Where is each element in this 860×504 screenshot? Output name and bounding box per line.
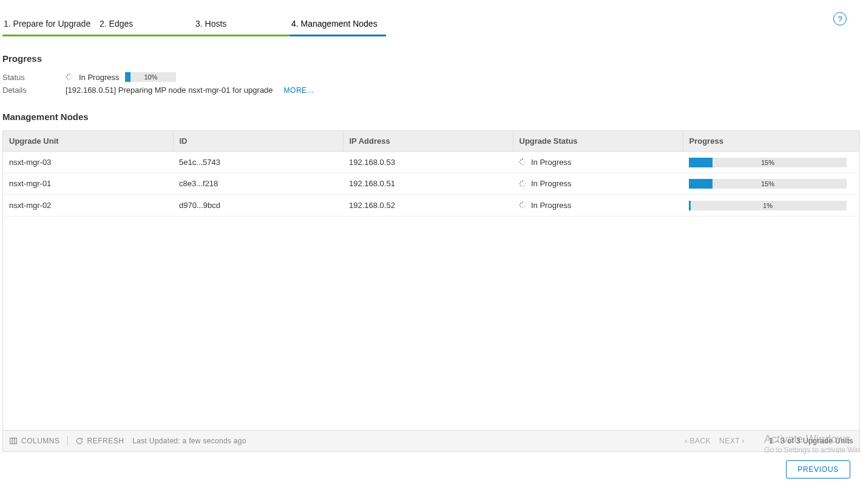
svg-point-1 <box>70 75 72 76</box>
svg-point-12 <box>522 164 523 166</box>
col-progress[interactable]: Progress <box>683 131 859 152</box>
cell-progress: 15% <box>683 152 859 173</box>
previous-button[interactable]: PREVIOUS <box>786 460 850 479</box>
pager-count: 1 - 3 of 3 Upgrade Units <box>769 437 853 445</box>
cell-upgrade-unit: nsxt-mgr-02 <box>3 195 173 217</box>
status-value: In Progress <box>79 73 119 82</box>
pager-next-label: NEXT <box>719 437 740 445</box>
tab-management-nodes[interactable]: 4. Management Nodes <box>290 15 386 36</box>
svg-point-4 <box>69 79 70 81</box>
cell-upgrade-unit: nsxt-mgr-03 <box>3 152 173 173</box>
refresh-button[interactable]: REFRESH <box>75 437 124 445</box>
svg-point-9 <box>524 160 525 161</box>
footer-separator <box>67 436 68 446</box>
svg-point-29 <box>520 206 521 207</box>
chevron-right-icon: › <box>742 437 745 445</box>
table-row[interactable]: nsxt-mgr-02d970...9bcd192.168.0.52In Pro… <box>3 195 859 217</box>
refresh-label: REFRESH <box>87 437 124 445</box>
svg-point-18 <box>525 183 526 184</box>
col-status[interactable]: Upgrade Status <box>513 131 683 152</box>
svg-point-21 <box>520 185 521 186</box>
columns-label: COLUMNS <box>21 437 60 445</box>
svg-point-28 <box>522 207 523 209</box>
col-upgrade-unit[interactable]: Upgrade Unit <box>3 131 173 152</box>
spinner-icon <box>519 180 526 187</box>
upgrade-steps-tabs: 1. Prepare for Upgrade 2. Edges 3. Hosts… <box>2 0 860 36</box>
cell-ip: 192.168.0.51 <box>343 173 513 195</box>
cell-status: In Progress <box>513 195 683 217</box>
svg-point-31 <box>520 203 521 204</box>
svg-point-16 <box>522 180 523 181</box>
overall-progress-pct: 10% <box>125 72 176 82</box>
chevron-left-icon: ‹ <box>685 437 687 445</box>
svg-point-10 <box>525 161 526 163</box>
col-id[interactable]: ID <box>173 131 343 152</box>
spinner-icon <box>66 73 73 81</box>
svg-point-3 <box>70 78 72 79</box>
help-icon[interactable]: ? <box>833 12 847 25</box>
tab-hosts[interactable]: 3. Hosts <box>194 15 290 36</box>
details-label: Details <box>2 86 66 95</box>
refresh-icon <box>75 437 84 445</box>
cell-id: c8e3...f218 <box>173 173 343 195</box>
svg-point-24 <box>522 202 523 203</box>
svg-point-15 <box>520 160 521 161</box>
svg-point-26 <box>525 204 526 206</box>
svg-point-6 <box>66 76 67 78</box>
tab-edges[interactable]: 2. Edges <box>98 15 194 36</box>
cell-status: In Progress <box>513 173 683 195</box>
pager-back[interactable]: ‹ BACK <box>685 437 711 445</box>
svg-point-22 <box>520 183 521 184</box>
cell-id: d970...9bcd <box>173 195 343 217</box>
pager-back-label: BACK <box>689 437 711 445</box>
grid-footer: COLUMNS REFRESH Last Updated: a few seco… <box>3 430 859 451</box>
status-label: Status <box>2 73 66 82</box>
columns-icon <box>9 437 18 445</box>
row-progress-bar: 1% <box>689 201 847 210</box>
table-row[interactable]: nsxt-mgr-035e1c...5743192.168.0.53In Pro… <box>3 152 859 173</box>
progress-heading: Progress <box>2 53 860 64</box>
svg-point-25 <box>524 203 525 204</box>
pager-next[interactable]: NEXT › <box>719 437 745 445</box>
cell-id: 5e1c...5743 <box>173 152 343 173</box>
svg-point-11 <box>524 163 525 164</box>
svg-point-30 <box>520 204 521 206</box>
columns-button[interactable]: COLUMNS <box>9 437 60 445</box>
svg-point-19 <box>524 185 525 186</box>
svg-point-14 <box>520 161 521 163</box>
svg-point-2 <box>72 76 73 78</box>
management-nodes-grid: Upgrade Unit ID IP Address Upgrade Statu… <box>2 130 860 452</box>
spinner-icon <box>519 201 526 209</box>
cell-progress: 15% <box>683 173 859 195</box>
cell-ip: 192.168.0.53 <box>343 152 513 173</box>
cell-ip: 192.168.0.52 <box>343 195 513 217</box>
management-nodes-heading: Management Nodes <box>2 112 860 122</box>
tab-prepare-upgrade[interactable]: 1. Prepare for Upgrade <box>2 15 98 36</box>
spinner-icon <box>519 158 526 166</box>
svg-point-8 <box>522 159 523 160</box>
last-updated-label: Last Updated: a few seconds ago <box>132 437 246 445</box>
svg-point-20 <box>522 186 523 187</box>
table-header-row: Upgrade Unit ID IP Address Upgrade Statu… <box>3 131 859 152</box>
table-row[interactable]: nsxt-mgr-01c8e3...f218192.168.0.51In Pro… <box>3 173 859 195</box>
cell-status: In Progress <box>513 152 683 173</box>
details-value: [192.168.0.51] Preparing MP node nsxt-mg… <box>66 86 273 95</box>
svg-point-17 <box>524 181 525 183</box>
overall-progress-bar: 10% <box>125 72 176 82</box>
row-progress-bar: 15% <box>689 179 847 189</box>
svg-point-27 <box>524 206 525 207</box>
svg-rect-32 <box>10 438 17 443</box>
details-more-link[interactable]: MORE... <box>284 86 314 95</box>
svg-point-23 <box>520 181 521 183</box>
svg-point-13 <box>520 163 521 164</box>
row-progress-bar: 15% <box>689 158 847 167</box>
col-ip-address[interactable]: IP Address <box>343 131 513 152</box>
cell-upgrade-unit: nsxt-mgr-01 <box>3 173 173 195</box>
svg-point-5 <box>67 78 68 79</box>
svg-point-7 <box>67 75 68 76</box>
svg-point-0 <box>69 74 70 75</box>
cell-progress: 1% <box>683 195 859 217</box>
